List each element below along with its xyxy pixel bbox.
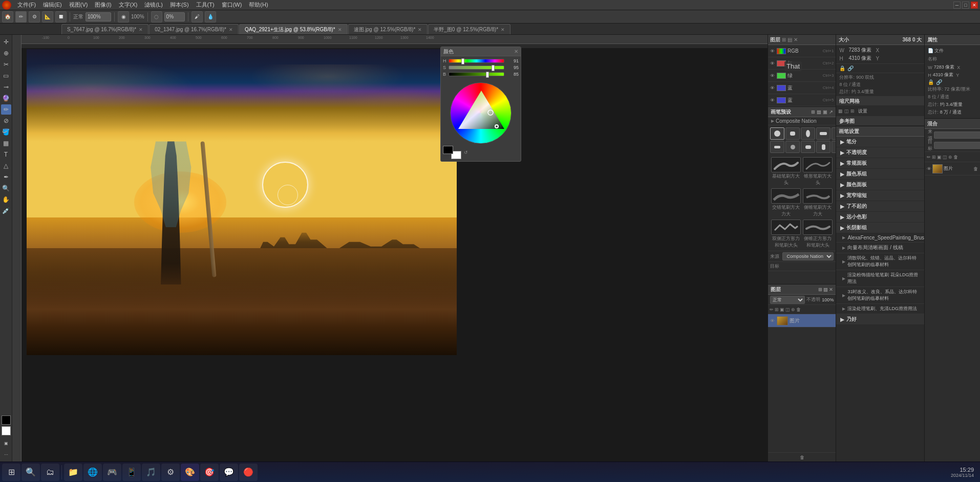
bt3[interactable]: ▣: [937, 155, 942, 160]
grid-header[interactable]: 缩尺网格: [836, 97, 924, 106]
brushgroup-far[interactable]: ▶ 远小色彩: [836, 212, 924, 223]
steam-button[interactable]: 🎯: [200, 464, 219, 481]
menu-item-tools[interactable]: 工具(T): [193, 1, 218, 9]
grid-icon3[interactable]: ⊞: [850, 108, 855, 114]
foreground-color[interactable]: [2, 415, 11, 425]
channel-blue1-vis[interactable]: 👁: [770, 85, 775, 91]
lm-icon3[interactable]: ✕: [829, 287, 833, 292]
krita-taskbar[interactable]: 🎨: [181, 464, 199, 481]
channels-icon-2[interactable]: ▤: [787, 37, 792, 42]
brush-preset-2[interactable]: [801, 127, 815, 140]
tool-path[interactable]: ✒: [1, 172, 11, 182]
brushgroup-naihao[interactable]: ▶ 乃好: [836, 314, 924, 325]
lt-icon6[interactable]: 🗑: [796, 307, 801, 312]
layer-item-main[interactable]: 👁 图片: [768, 314, 836, 327]
transform-tool[interactable]: 📐: [42, 11, 53, 23]
b-slider[interactable]: [449, 72, 504, 76]
brushitem-vector[interactable]: ▶ 向量布局清晰画面 / 线稿: [836, 243, 924, 253]
bt6[interactable]: 🗑: [953, 155, 958, 160]
extra-tool1[interactable]: ▣: [1, 438, 11, 448]
brush-preset-3[interactable]: [816, 127, 830, 140]
tool-brush[interactable]: ✏: [1, 104, 11, 115]
brush-size-button[interactable]: ◉: [118, 11, 129, 23]
lock-icon[interactable]: 🔒: [839, 65, 845, 71]
start-button[interactable]: ⊞: [2, 464, 20, 481]
grid-settings[interactable]: 设置: [858, 108, 867, 115]
settings-button[interactable]: ⚙: [161, 464, 180, 481]
brushitem-31[interactable]: ▶ 31时改义、改良、系品、达尔科特创阿笔刷的临摹材料: [836, 287, 924, 304]
brush-settings-btn[interactable]: 🖌: [191, 11, 203, 23]
channel-red[interactable]: 👁 红 Ctrl+2: [768, 57, 836, 70]
tool-zoom[interactable]: 🔍: [1, 183, 11, 193]
tab-1-close[interactable]: ✕: [229, 27, 233, 32]
brushgroup-cols[interactable]: ▶ 颜色系组: [836, 169, 924, 180]
tab-3-close[interactable]: ✕: [418, 27, 422, 32]
zoom-input[interactable]: [86, 12, 111, 21]
h-slider[interactable]: [449, 59, 504, 63]
menu-item-window[interactable]: 窗口(W): [219, 1, 245, 9]
brush-preset-4[interactable]: [832, 127, 836, 140]
extra-tool2[interactable]: ⋯: [1, 449, 11, 459]
color-picker-btn[interactable]: 💧: [205, 11, 216, 23]
brushitem-scatter[interactable]: ▶ 消散弱化、炫错、运品、达尔科特创阿笔刷的临摹材料: [836, 253, 924, 270]
canvas-image[interactable]: [27, 49, 457, 355]
tab-3[interactable]: 速图.jpg @ 12.5%(RGB/8)* ✕: [348, 24, 428, 34]
brushgroup-colf[interactable]: ▶ 颜色面板: [836, 180, 924, 190]
explorer-button[interactable]: 📁: [64, 464, 82, 481]
tab-1[interactable]: 02_1347.jpg @ 16.7%(RGB/8)* ✕: [149, 24, 239, 34]
bp-icon3[interactable]: ▣: [823, 109, 827, 115]
bp-icon4[interactable]: ↗: [829, 109, 833, 115]
channel-rgb-vis[interactable]: 👁: [770, 49, 775, 54]
layer-vis[interactable]: 👁: [770, 318, 775, 323]
s-slider[interactable]: [449, 65, 504, 70]
brushgroup-颜色[interactable]: ▶ 常规面板: [836, 158, 924, 169]
menu-item-view[interactable]: 视图(V): [66, 1, 91, 9]
tool-fill[interactable]: 🪣: [1, 127, 11, 137]
menu-item-text[interactable]: 文字(X): [116, 1, 141, 9]
brush-preset-8[interactable]: [770, 141, 784, 153]
link-icon2[interactable]: 🔒: [928, 79, 934, 85]
paint-tool-button[interactable]: ✏: [15, 11, 27, 23]
tool-eyedropper[interactable]: 💉: [1, 206, 11, 216]
tool-options[interactable]: ⚙: [29, 11, 40, 23]
tab-4-close[interactable]: ✕: [501, 27, 505, 32]
tool-text[interactable]: T: [1, 149, 11, 160]
channel-green-vis[interactable]: 👁: [770, 73, 775, 78]
brush-preset-12[interactable]: [832, 141, 836, 153]
opacity-button[interactable]: ◌: [151, 11, 162, 23]
tab-2-close[interactable]: ✕: [338, 27, 342, 32]
color-wheel[interactable]: [450, 82, 512, 144]
home-button[interactable]: 🏠: [2, 11, 13, 23]
props-header[interactable]: 属性: [925, 35, 980, 45]
menu-item-filter[interactable]: 滤镜(L): [141, 1, 165, 9]
tab-0[interactable]: S_7647.jpg @ 16.7%(RGB/8)* ✕: [61, 24, 148, 34]
tab-2[interactable]: QAQ_2921+生活.jpg @ 53.8%(RGB/8)* ✕: [239, 24, 348, 34]
lt-icon4[interactable]: ◫: [785, 307, 790, 312]
lt-icon5[interactable]: ⊛: [791, 307, 795, 312]
bp-icon2[interactable]: ▤: [817, 109, 821, 115]
opacity-input[interactable]: [164, 12, 185, 21]
select-tool[interactable]: 🔲: [55, 11, 67, 23]
menu-item-script[interactable]: 脚本(S): [167, 1, 192, 9]
size-header[interactable]: 大小 368 0 大: [836, 35, 924, 45]
background-color[interactable]: [2, 426, 11, 435]
color-panel-close[interactable]: ✕: [514, 49, 518, 54]
brush-preset-1[interactable]: [785, 127, 800, 140]
music-button[interactable]: 🎵: [142, 464, 160, 481]
window-maximize[interactable]: □: [962, 2, 969, 9]
brushlist-main-header[interactable]: 画笔设置: [836, 126, 924, 137]
brushgroup-wide[interactable]: ▶ 宽窄缩短: [836, 190, 924, 201]
tool-eraser[interactable]: ⊘: [1, 116, 11, 126]
channel-blue1[interactable]: 👁 蓝 Ctrl+4: [768, 82, 836, 94]
brushitem-alexa[interactable]: ▶ AlexaFence_SpeedPainting_BrushSet: [836, 233, 924, 243]
fg-swatch[interactable]: [443, 146, 453, 154]
layer-btn-add[interactable]: 🗑: [800, 455, 804, 460]
bt2[interactable]: ⊞: [932, 155, 936, 160]
window-close[interactable]: ✕: [971, 2, 978, 9]
blend-mode-select[interactable]: Composite Nation: [782, 252, 834, 260]
brushgroup-常规[interactable]: ▶ 不透明度: [836, 147, 924, 158]
brush-preset-0[interactable]: [770, 127, 784, 140]
menu-item-edit[interactable]: 编辑(E): [40, 1, 65, 9]
channel-red-vis[interactable]: 👁: [770, 61, 775, 66]
brushgroup-shadow[interactable]: ▶ 长阴影组: [836, 223, 924, 233]
